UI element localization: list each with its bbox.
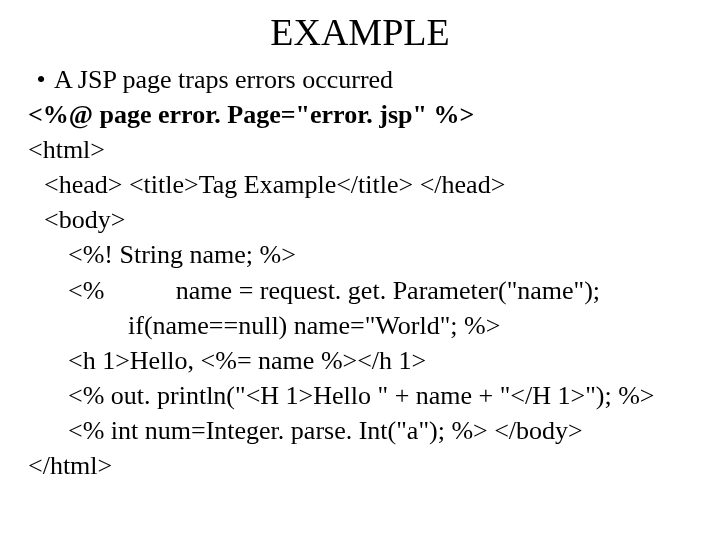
code-line: <h 1>Hello, <%= name %></h 1> (28, 343, 692, 378)
code-line: </html> (28, 448, 692, 483)
slide-title: EXAMPLE (28, 10, 692, 54)
code-line: <% name = request. get. Parameter("name"… (28, 273, 692, 308)
code-line: <head> <title>Tag Example</title> </head… (28, 167, 692, 202)
bullet-icon: • (28, 62, 54, 97)
code-line: <% int num=Integer. parse. Int("a"); %> … (28, 413, 692, 448)
code-line: <%@ page error. Page="error. jsp" %> (28, 97, 692, 132)
bullet-text: A JSP page traps errors occurred (54, 62, 393, 97)
code-line: <% out. println("<H 1>Hello " + name + "… (28, 378, 692, 413)
code-line: <body> (28, 202, 692, 237)
code-line: <%! String name; %> (28, 237, 692, 272)
code-line: <html> (28, 132, 692, 167)
bullet-item: • A JSP page traps errors occurred (28, 62, 692, 97)
code-line: if(name==null) name="World"; %> (28, 308, 692, 343)
slide-body: • A JSP page traps errors occurred <%@ p… (28, 62, 692, 483)
